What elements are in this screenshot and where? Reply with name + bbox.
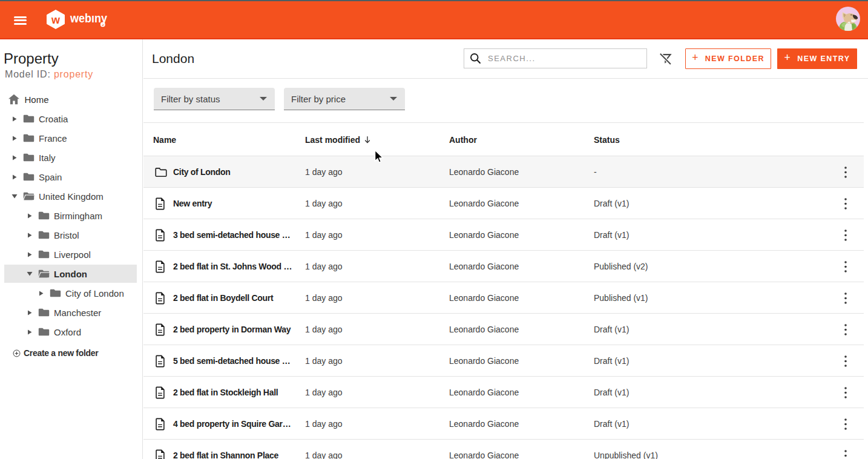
svg-text:w: w xyxy=(51,14,61,26)
